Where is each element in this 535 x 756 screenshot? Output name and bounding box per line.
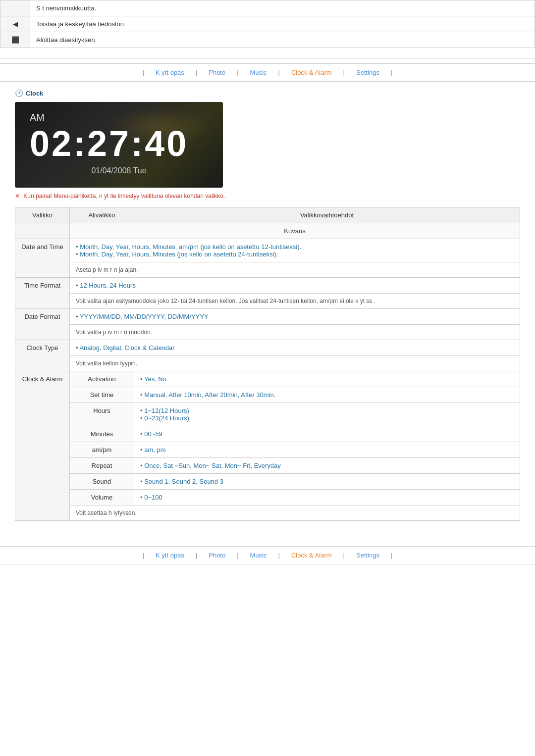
settings-sub-cell: Volume (70, 490, 134, 505)
col-header-valikko: Valikko (15, 207, 70, 223)
settings-desc-row: Voit valita p iv m r n muodon. (15, 325, 520, 340)
settings-row: am/pmam, pm (15, 442, 520, 458)
bot-nav-item-music[interactable]: Music (243, 552, 274, 559)
kuvaus-label: Kuvaus (70, 223, 520, 239)
settings-sub-cell: Repeat (70, 458, 134, 474)
clock-time: 02:27:40 (30, 126, 208, 161)
settings-option-item: Month, Day, Year, Hours, Minutes, am/pm … (76, 243, 514, 251)
settings-desc-cell: Voit asettaa h lytyksen. (70, 505, 520, 521)
settings-option-item: Analog, Digital, Clock & Calendar (76, 344, 514, 352)
settings-desc-row: Voit valita kellon tyypin. (15, 356, 520, 371)
settings-options-cell: YYYY/MM/DD, MM/DD/YYYY, DD/MM/YYYY (70, 309, 520, 325)
settings-row: Hours1~12(12 Hours)0~23(24 Hours) (15, 403, 520, 426)
nav-sep-0: | (143, 69, 144, 76)
nav-item-clock-alarm[interactable]: Clock & Alarm (284, 69, 339, 76)
settings-option-cell: Sound 1, Sound 2, Sound 3 (134, 474, 520, 490)
settings-row: Clock TypeAnalog, Digital, Clock & Calen… (15, 340, 520, 356)
bottom-divider (0, 531, 535, 531)
nav-item-photo[interactable]: Photo (201, 69, 233, 76)
settings-row: Set timeManual, After 10min, After 20min… (15, 387, 520, 403)
bot-nav-sep-4: | (343, 552, 345, 559)
settings-option-item: Yes, No (140, 375, 514, 383)
settings-option-item: Manual, After 10min, After 20min, After … (140, 391, 514, 399)
settings-row: SoundSound 1, Sound 2, Sound 3 (15, 474, 520, 490)
main-content: 🕐 Clock AM 02:27:40 01/04/2008 Tue ✕ Kun… (0, 89, 535, 521)
settings-table: Valikko Alivalikko Valikkovaihtoehdot Ku… (15, 207, 520, 521)
settings-sub-cell: Sound (70, 474, 134, 490)
nav-sep-3: | (278, 69, 280, 76)
bot-nav-item-settings[interactable]: Settings (349, 552, 387, 559)
bot-nav-item-kytt[interactable]: K ytt opas (148, 552, 192, 559)
settings-row: RepeatOnce, Sat ~Sun, Mon~ Sat, Mon~ Fri… (15, 458, 520, 474)
settings-option-item: 0~23(24 Hours) (140, 414, 514, 422)
settings-desc-row: Voit asettaa h lytyksen. (15, 505, 520, 521)
info-text-cell: Aloittaa diaesityksen. (30, 32, 535, 48)
settings-option-item: YYYY/MM/DD, MM/DD/YYYY, DD/MM/YYYY (76, 313, 514, 320)
settings-desc-cell: Aseta p iv m r n ja ajan. (70, 262, 520, 278)
settings-option-cell: 0~100 (134, 490, 520, 505)
settings-row: Time Format12 Hours, 24 Hours (15, 278, 520, 294)
settings-desc-row: Voit valita ajan esitysmuodoksi joko 12-… (15, 294, 520, 309)
nav-item-kytt[interactable]: K ytt opas (148, 69, 192, 76)
settings-row: Date FormatYYYY/MM/DD, MM/DD/YYYY, DD/MM… (15, 309, 520, 325)
clock-icon: 🕐 (15, 89, 23, 97)
clock-date: 01/04/2008 Tue (30, 166, 208, 175)
settings-option-cell: Manual, After 10min, After 20min, After … (134, 387, 520, 403)
settings-sub-cell: Set time (70, 387, 134, 403)
bot-nav-item-clock-alarm[interactable]: Clock & Alarm (284, 552, 339, 559)
nav-sep-2: | (237, 69, 238, 76)
settings-sub-cell: Activation (70, 371, 134, 387)
settings-options-cell: 12 Hours, 24 Hours (70, 278, 520, 294)
info-row: S t nenvoimakkuutta. (0, 0, 535, 16)
info-text-cell: S t nenvoimakkuutta. (30, 0, 535, 16)
info-row: ⬛Aloittaa diaesityksen. (0, 32, 535, 48)
page-footer: | K ytt opas | Photo | Music | Clock & A… (0, 536, 535, 582)
bot-nav-sep-5: | (391, 552, 392, 559)
settings-option-cell: 1~12(12 Hours)0~23(24 Hours) (134, 403, 520, 426)
settings-desc-cell: Voit valita p iv m r n muodon. (70, 325, 520, 340)
info-row: ◀Toistaa ja keskeyttää tiedoston. (0, 16, 535, 32)
settings-row: Volume0~100 (15, 490, 520, 505)
settings-option-item: Once, Sat ~Sun, Mon~ Sat, Mon~ Fri, Ever… (140, 462, 514, 469)
clock-display: AM 02:27:40 01/04/2008 Tue (15, 102, 223, 188)
nav-sep-1: | (196, 69, 197, 76)
nav-item-music[interactable]: Music (243, 69, 274, 76)
settings-desc-cell: Voit valita ajan esitysmuodoksi joko 12-… (70, 294, 520, 309)
clock-ampm: AM (30, 112, 208, 123)
settings-option-item: am, pm (140, 446, 514, 454)
nav-sep-4: | (343, 69, 345, 76)
settings-options-cell: Month, Day, Year, Hours, Minutes, am/pm … (70, 239, 520, 262)
settings-desc-cell: Voit valita kellon tyypin. (70, 356, 520, 371)
settings-option-cell: 00~59 (134, 426, 520, 442)
settings-desc-row: Aseta p iv m r n ja ajan. (15, 262, 520, 278)
settings-sub-cell: am/pm (70, 442, 134, 458)
note-content: Kun painat Menu-painiketta, n yt lle ilm… (23, 193, 225, 200)
bot-nav-sep-0: | (143, 552, 144, 559)
info-table: S t nenvoimakkuutta.◀Toistaa ja keskeytt… (0, 0, 535, 48)
settings-option-item: 0~100 (140, 494, 514, 501)
settings-sub-cell: Hours (70, 403, 134, 426)
settings-sub-cell: Minutes (70, 426, 134, 442)
settings-row: Clock & AlarmActivationYes, No (15, 371, 520, 387)
note-icon: ✕ (15, 193, 20, 200)
top-nav: | K ytt opas | Photo | Music | Clock & A… (0, 63, 535, 82)
settings-option-cell: Once, Sat ~Sun, Mon~ Sat, Mon~ Fri, Ever… (134, 458, 520, 474)
info-icon-cell: ◀ (0, 16, 30, 32)
settings-option-item: 00~59 (140, 430, 514, 438)
nav-sep-5: | (391, 69, 392, 76)
kuvaus-label-cell (15, 223, 70, 239)
settings-option-item: 12 Hours, 24 Hours (76, 282, 514, 289)
settings-menu-cell: Date and Time (15, 239, 70, 278)
col-header-alivalikko: Alivalikko (70, 207, 134, 223)
info-icon-cell (0, 0, 30, 16)
info-icon-cell: ⬛ (0, 32, 30, 48)
bot-nav-item-photo[interactable]: Photo (201, 552, 233, 559)
bottom-nav: | K ytt opas | Photo | Music | Clock & A… (0, 546, 535, 564)
nav-item-settings[interactable]: Settings (349, 69, 387, 76)
bot-nav-sep-3: | (278, 552, 280, 559)
settings-menu-cell: Date Format (15, 309, 70, 340)
settings-option-item: Sound 1, Sound 2, Sound 3 (140, 478, 514, 485)
section-heading-text: Clock (26, 90, 43, 97)
settings-menu-cell: Clock Type (15, 340, 70, 371)
settings-menu-cell: Time Format (15, 278, 70, 309)
